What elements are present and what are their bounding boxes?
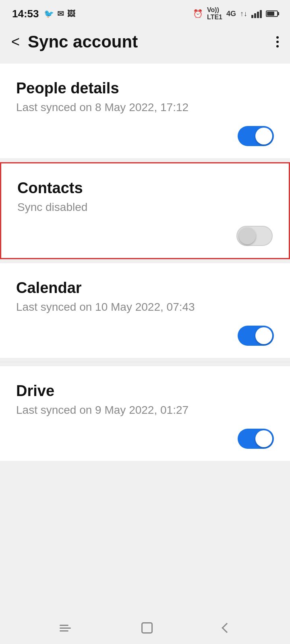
status-time: 14:53 bbox=[12, 8, 39, 20]
toggle-row-people-details bbox=[16, 126, 274, 146]
divider-calendar-drive bbox=[0, 362, 290, 362]
back-icon bbox=[222, 623, 232, 633]
page-title: Sync account bbox=[28, 32, 268, 52]
status-left: 14:53 🐦 ✉ 🖼 bbox=[12, 8, 75, 20]
status-right: ⏰ Vo))LTE1 4G ↑↓ bbox=[193, 6, 278, 21]
nav-back-button[interactable] bbox=[223, 624, 230, 632]
sync-item-contacts: Contacts Sync disabled bbox=[0, 162, 290, 259]
toggle-calendar[interactable] bbox=[238, 326, 274, 346]
image-icon: 🖼 bbox=[67, 9, 75, 19]
toggle-people-details[interactable] bbox=[238, 126, 274, 146]
bottom-nav bbox=[0, 612, 290, 644]
toggle-knob-contacts bbox=[239, 227, 256, 244]
sync-item-status-contacts: Sync disabled bbox=[17, 201, 273, 214]
twitter-icon: 🐦 bbox=[44, 9, 54, 19]
back-button[interactable]: < bbox=[11, 35, 20, 49]
email-check-icon: ✉ bbox=[57, 9, 64, 19]
4g-text: 4G bbox=[226, 10, 236, 18]
sync-item-title-drive: Drive bbox=[16, 382, 274, 400]
toggle-knob-drive bbox=[255, 430, 272, 447]
more-options-button[interactable] bbox=[276, 36, 279, 47]
recent-line-3 bbox=[60, 630, 68, 632]
toggle-row-drive bbox=[16, 429, 274, 449]
home-icon bbox=[141, 622, 153, 634]
toggle-row-calendar bbox=[16, 326, 274, 346]
dot-1 bbox=[276, 36, 279, 39]
dot-2 bbox=[276, 41, 279, 43]
sync-item-status-people-details: Last synced on 8 May 2022, 17:12 bbox=[16, 101, 274, 114]
status-bar: 14:53 🐦 ✉ 🖼 ⏰ Vo))LTE1 4G ↑↓ bbox=[0, 0, 290, 24]
sync-item-status-drive: Last synced on 9 May 2022, 01:27 bbox=[16, 404, 274, 417]
sync-item-title-contacts: Contacts bbox=[17, 180, 273, 197]
toggle-knob-calendar bbox=[255, 327, 272, 344]
sync-item-title-calendar: Calendar bbox=[16, 279, 274, 297]
data-arrows-icon: ↑↓ bbox=[240, 10, 247, 18]
alarm-icon: ⏰ bbox=[193, 9, 203, 19]
main-content: People details Last synced on 8 May 2022… bbox=[0, 64, 290, 501]
toggle-contacts[interactable] bbox=[236, 226, 273, 246]
toolbar: < Sync account bbox=[0, 24, 290, 60]
signal-bar-4 bbox=[260, 10, 262, 18]
toggle-knob-people-details bbox=[255, 128, 272, 144]
sync-item-title-people-details: People details bbox=[16, 80, 274, 97]
recent-apps-icon bbox=[60, 625, 71, 632]
nav-home-button[interactable] bbox=[141, 622, 153, 634]
nav-recent-button[interactable] bbox=[60, 625, 71, 632]
signal-bar-3 bbox=[257, 12, 259, 18]
status-notification-icons: 🐦 ✉ 🖼 bbox=[44, 9, 75, 19]
sync-item-calendar: Calendar Last synced on 10 May 2022, 07:… bbox=[0, 263, 290, 358]
signal-bar-2 bbox=[254, 13, 256, 18]
toggle-row-contacts bbox=[17, 226, 273, 246]
battery-icon bbox=[266, 10, 278, 17]
recent-line-1 bbox=[60, 625, 68, 626]
toggle-drive[interactable] bbox=[238, 429, 274, 449]
sync-item-status-calendar: Last synced on 10 May 2022, 07:43 bbox=[16, 301, 274, 314]
network-text: Vo))LTE1 bbox=[207, 6, 222, 21]
sync-item-people-details: People details Last synced on 8 May 2022… bbox=[0, 64, 290, 158]
battery-fill bbox=[267, 12, 274, 16]
recent-line-2 bbox=[60, 627, 71, 629]
dot-3 bbox=[276, 45, 279, 47]
sync-item-drive: Drive Last synced on 9 May 2022, 01:27 bbox=[0, 366, 290, 461]
signal-bar-1 bbox=[251, 15, 253, 18]
signal-bars bbox=[251, 9, 262, 18]
